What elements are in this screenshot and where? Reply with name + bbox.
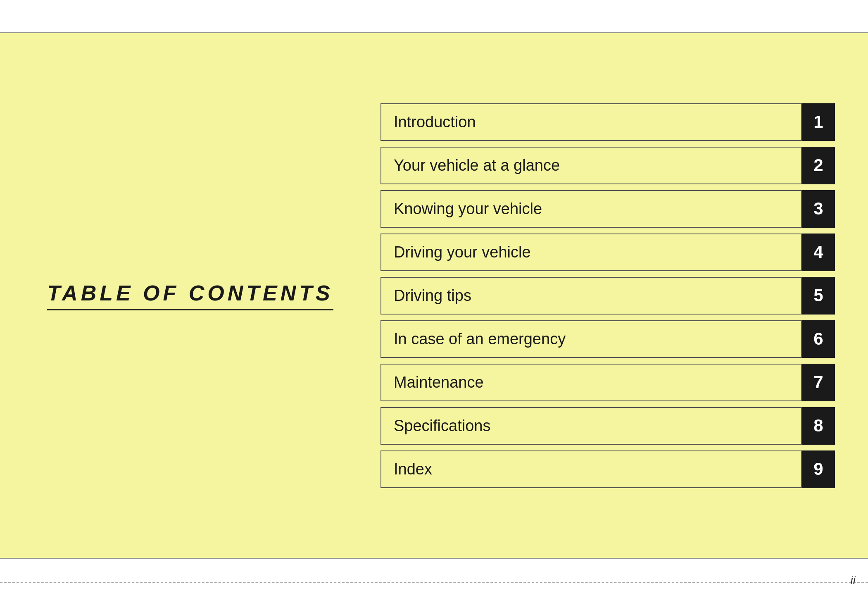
- toc-label-2: Your vehicle at a glance: [380, 147, 802, 184]
- toc-number-6: 6: [802, 320, 835, 358]
- toc-title-underline: [47, 309, 333, 310]
- toc-title: TABLE OF CONTENTS: [47, 281, 333, 305]
- toc-row[interactable]: Driving your vehicle4: [380, 234, 835, 271]
- toc-row[interactable]: Maintenance7: [380, 364, 835, 401]
- toc-row[interactable]: Knowing your vehicle3: [380, 190, 835, 228]
- top-bar: [0, 0, 868, 33]
- toc-number-3: 3: [802, 190, 835, 228]
- toc-label-1: Introduction: [380, 103, 802, 141]
- toc-row[interactable]: Introduction1: [380, 103, 835, 141]
- toc-number-2: 2: [802, 147, 835, 184]
- toc-number-8: 8: [802, 407, 835, 445]
- toc-row[interactable]: Your vehicle at a glance2: [380, 147, 835, 184]
- toc-label-9: Index: [380, 450, 802, 488]
- toc-row[interactable]: Specifications8: [380, 407, 835, 445]
- toc-label-3: Knowing your vehicle: [380, 190, 802, 228]
- left-section: TABLE OF CONTENTS: [33, 281, 380, 310]
- toc-row[interactable]: Driving tips5: [380, 277, 835, 315]
- toc-number-9: 9: [802, 450, 835, 488]
- toc-label-8: Specifications: [380, 407, 802, 445]
- toc-number-1: 1: [802, 103, 835, 141]
- toc-number-4: 4: [802, 234, 835, 271]
- toc-label-6: In case of an emergency: [380, 320, 802, 358]
- toc-number-7: 7: [802, 364, 835, 401]
- toc-title-wrapper: TABLE OF CONTENTS: [47, 281, 333, 310]
- toc-row[interactable]: Index9: [380, 450, 835, 488]
- footer-dashes: [0, 582, 868, 583]
- toc-row[interactable]: In case of an emergency6: [380, 320, 835, 358]
- main-content: TABLE OF CONTENTS Introduction1Your vehi…: [0, 33, 868, 558]
- toc-number-5: 5: [802, 277, 835, 315]
- toc-list: Introduction1Your vehicle at a glance2Kn…: [380, 103, 835, 488]
- toc-label-7: Maintenance: [380, 364, 802, 401]
- toc-label-5: Driving tips: [380, 277, 802, 315]
- toc-label-4: Driving your vehicle: [380, 234, 802, 271]
- bottom-bar: ii: [0, 558, 868, 591]
- page-number: ii: [851, 574, 856, 587]
